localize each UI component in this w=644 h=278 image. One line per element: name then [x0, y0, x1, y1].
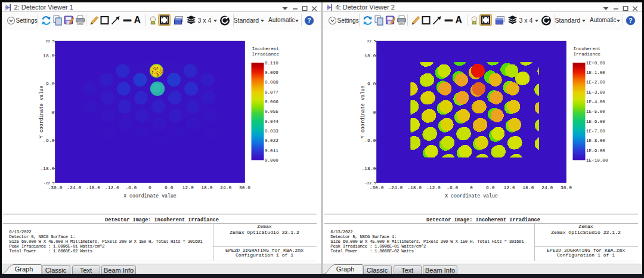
svg-text:18.0: 18.0: [364, 53, 376, 58]
svg-text:Peak Irradiance : 1.0996E-01 W: Peak Irradiance : 1.0996E-01 Watts/cm^2: [9, 244, 104, 249]
svg-text:0.110: 0.110: [265, 61, 278, 66]
svg-text:0: 0: [148, 185, 151, 190]
svg-text:Detector Image: Incoherent Irr: Detector Image: Incoherent Irradiance: [105, 217, 219, 223]
svg-text:30.0: 30.0: [560, 185, 571, 190]
svg-text:-18.0: -18.0: [86, 185, 100, 190]
svg-text:X coordinate value: X coordinate value: [123, 193, 177, 199]
svg-text:Graph: Graph: [14, 265, 33, 273]
svg-text:6/13/2022: 6/13/2022: [9, 230, 31, 234]
svg-text:-24.0: -24.0: [67, 185, 81, 190]
svg-text:1E-10.00: 1E-10.00: [586, 158, 608, 163]
svg-text:-18.0: -18.0: [361, 166, 376, 171]
svg-text:Configuration 1 of 1: Configuration 1 of 1: [556, 252, 614, 258]
svg-text:9.0: 9.0: [45, 81, 54, 87]
svg-text:-9.0: -9.0: [364, 138, 376, 143]
svg-text:Zemax OpticStudio 22.1.2: Zemax OpticStudio 22.1.2: [230, 230, 299, 235]
svg-text:Zemax OpticStudio 22.1.2: Zemax OpticStudio 22.1.2: [551, 230, 621, 235]
svg-text:-30.0: -30.0: [369, 185, 383, 190]
svg-text:18.0: 18.0: [201, 185, 212, 190]
svg-text:X coordinate value: X coordinate value: [445, 193, 498, 199]
svg-text:Y coordinate value: Y coordinate value: [39, 85, 44, 138]
svg-text:6.0: 6.0: [165, 185, 174, 190]
svg-text:0.099: 0.099: [265, 70, 278, 75]
svg-text:Incoherent: Incoherent: [252, 47, 279, 51]
svg-text:Size 60.000 W X 45.000 H Milli: Size 60.000 W X 45.000 H Millimeters, Pi…: [330, 239, 524, 244]
svg-text:0.055: 0.055: [265, 109, 278, 114]
svg-text:-6.0: -6.0: [125, 185, 137, 190]
svg-text:1E-9.00: 1E-9.00: [586, 149, 605, 153]
svg-text:24.0: 24.0: [541, 185, 553, 190]
svg-text:12.0: 12.0: [182, 185, 193, 190]
svg-text:1E-6.00: 1E-6.00: [586, 119, 605, 124]
svg-text:1E-2.00: 1E-2.00: [586, 80, 605, 85]
svg-text:Detector Image: Incoherent Irr: Detector Image: Incoherent Irradiance: [426, 217, 540, 223]
svg-text:18.0: 18.0: [522, 185, 534, 190]
svg-text:0.011: 0.011: [265, 149, 278, 153]
svg-text:1E-3.00: 1E-3.00: [586, 90, 605, 95]
svg-text:22.5: 22.5: [45, 39, 54, 44]
svg-text:Detector 5, NSCG Surface 1:: Detector 5, NSCG Surface 1:: [330, 234, 397, 239]
svg-text:-12.0: -12.0: [426, 185, 440, 190]
svg-text:Y coordinate value: Y coordinate value: [360, 85, 366, 138]
svg-text:0.066: 0.066: [265, 100, 278, 104]
svg-text:-18.0: -18.0: [40, 166, 54, 171]
svg-text:6/13/2022: 6/13/2022: [330, 230, 352, 234]
svg-text:Irradiance: Irradiance: [573, 52, 600, 57]
svg-text:6.0: 6.0: [486, 185, 495, 190]
svg-text:30.0: 30.0: [239, 185, 250, 190]
svg-text:0.088: 0.088: [265, 80, 278, 85]
svg-text:0.022: 0.022: [265, 138, 278, 143]
svg-text:Total Power : 1.8660E-02 W: Total Power : 1.8660E-02 Watts: [330, 249, 413, 254]
svg-text:-30.0: -30.0: [48, 185, 62, 190]
svg-text:Irradiance: Irradiance: [252, 52, 279, 57]
svg-text:-9.0: -9.0: [43, 138, 54, 143]
svg-text:Zemax: Zemax: [257, 224, 271, 229]
svg-text:0.077: 0.077: [265, 90, 278, 95]
svg-text:Detector 5, NSCG Surface 1:: Detector 5, NSCG Surface 1:: [9, 234, 75, 239]
svg-text:1E-8.00: 1E-8.00: [586, 138, 605, 143]
svg-text:-18.0: -18.0: [407, 185, 422, 190]
svg-text:-6.0: -6.0: [447, 185, 458, 190]
svg-text:Peak Irradiance : 1.0996E-01 W: Peak Irradiance : 1.0996E-01 Watts/cm^2: [330, 244, 426, 249]
svg-text:24.0: 24.0: [220, 185, 231, 190]
svg-text:-24.0: -24.0: [388, 185, 402, 190]
svg-text:1E-1.00: 1E-1.00: [586, 70, 605, 75]
svg-text:1E+0.00: 1E+0.00: [586, 61, 605, 66]
svg-text:12.0: 12.0: [503, 185, 515, 190]
svg-text:Configuration 1 of 1: Configuration 1 of 1: [235, 252, 293, 258]
svg-text:0: 0: [470, 185, 473, 190]
svg-text:18.0: 18.0: [43, 53, 54, 58]
svg-text:Zemax: Zemax: [578, 224, 593, 229]
svg-text:1E-4.00: 1E-4.00: [586, 100, 605, 104]
svg-text:-12.0: -12.0: [104, 185, 119, 190]
svg-text:Graph: Graph: [336, 265, 354, 273]
svg-text:22.5: 22.5: [367, 39, 376, 44]
svg-text:Size 60.000 W X 45.000 H Milli: Size 60.000 W X 45.000 H Millimeters, Pi…: [9, 239, 203, 244]
svg-text:1E-7.00: 1E-7.00: [586, 129, 605, 134]
svg-text:0.033: 0.033: [265, 129, 278, 134]
svg-text:Total Power : 1.8660E-02 W: Total Power : 1.8660E-02 Watts: [9, 249, 92, 254]
svg-text:1E-5.00: 1E-5.00: [586, 109, 605, 114]
svg-text:9.0: 9.0: [367, 81, 376, 87]
svg-text:0.000: 0.000: [265, 158, 278, 163]
svg-text:Incoherent: Incoherent: [573, 47, 600, 51]
svg-text:0.044: 0.044: [265, 119, 278, 124]
